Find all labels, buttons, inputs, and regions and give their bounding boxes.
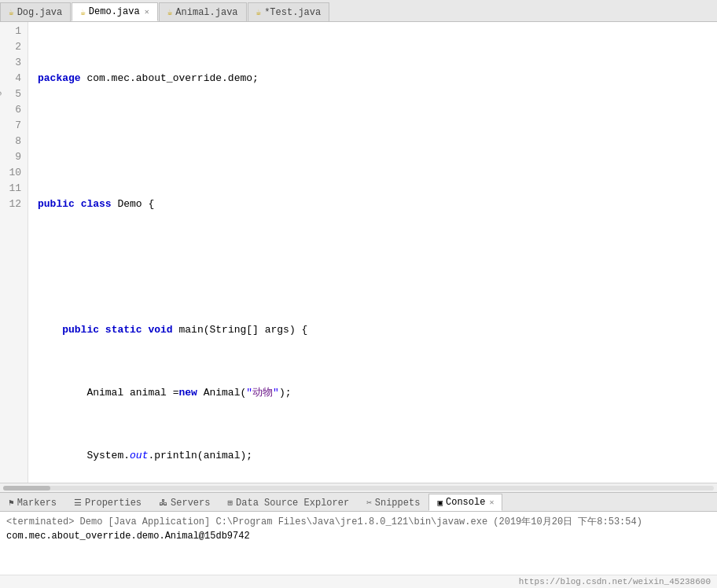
- snippets-icon: ✂: [366, 498, 372, 508]
- editor-tab-bar: ☕ Dog.java ☕ Demo.java ✕ ☕ Animal.java ☕…: [0, 0, 717, 22]
- tab-snippets-label: Snippets: [375, 498, 421, 509]
- scrollbar-thumb[interactable]: [3, 486, 50, 491]
- tab-properties[interactable]: ☰ Properties: [65, 494, 150, 511]
- code-container[interactable]: 1 2 3 4 ⊖ 5 6 7 8 9 10 11 12 package com…: [0, 22, 717, 483]
- tab-animal-label: Animal.java: [175, 7, 237, 18]
- tab-datasource[interactable]: ⊞ Data Source Explorer: [219, 494, 358, 511]
- close-icon-demo[interactable]: ✕: [145, 7, 149, 17]
- java-icon-dog: ☕: [9, 7, 14, 17]
- markers-icon: ⚑: [9, 498, 14, 508]
- tab-demo[interactable]: ☕ Demo.java ✕: [72, 2, 157, 21]
- tab-demo-label: Demo.java: [89, 6, 140, 17]
- bottom-tab-bar: ⚑ Markers ☰ Properties 🖧 Servers ⊞ Data …: [0, 493, 717, 512]
- properties-icon: ☰: [74, 498, 82, 508]
- java-icon-animal: ☕: [167, 7, 173, 17]
- console-output-line: com.mec.about_override.demo.Animal@15db9…: [6, 529, 711, 543]
- scrollbar-track[interactable]: [3, 486, 714, 491]
- java-icon-test: ☕: [256, 7, 262, 17]
- code-line-3: public class Demo {: [38, 197, 717, 212]
- datasource-icon: ⊞: [227, 498, 233, 508]
- tab-console[interactable]: ▣ Console ✕: [428, 494, 502, 511]
- tab-test[interactable]: ☕ *Test.java: [248, 2, 330, 21]
- tab-console-label: Console: [446, 497, 485, 508]
- code-line-5: public static void main(String[] args) {: [38, 322, 717, 338]
- code-line-6: Animal animal =new Animal("动物");: [38, 385, 717, 401]
- code-editor[interactable]: package com.mec.about_override.demo; pub…: [28, 22, 717, 483]
- java-icon-demo: ☕: [80, 7, 86, 17]
- editor-area: 1 2 3 4 ⊖ 5 6 7 8 9 10 11 12 package com…: [0, 22, 717, 492]
- code-line-2: [38, 134, 717, 149]
- tab-dog-label: Dog.java: [17, 7, 63, 18]
- code-line-1: package com.mec.about_override.demo;: [38, 71, 717, 86]
- fold-indicator-5[interactable]: ⊖: [0, 86, 2, 102]
- tab-snippets[interactable]: ✂ Snippets: [358, 494, 428, 511]
- line-numbers: 1 2 3 4 ⊖ 5 6 7 8 9 10 11 12: [0, 22, 28, 483]
- tab-properties-label: Properties: [85, 498, 142, 509]
- tab-dog[interactable]: ☕ Dog.java: [0, 2, 71, 21]
- code-line-4: [38, 259, 717, 275]
- editor-horizontal-scrollbar[interactable]: [0, 483, 717, 492]
- tab-servers[interactable]: 🖧 Servers: [150, 494, 219, 511]
- tab-servers-label: Servers: [171, 498, 210, 509]
- code-line-7: System.out.println(animal);: [38, 448, 717, 464]
- tab-markers[interactable]: ⚑ Markers: [0, 494, 65, 511]
- console-output-area: <terminated> Demo [Java Application] C:\…: [0, 512, 717, 575]
- tab-datasource-label: Data Source Explorer: [236, 498, 349, 509]
- console-terminated-line: <terminated> Demo [Java Application] C:\…: [6, 515, 711, 529]
- tab-test-label: *Test.java: [264, 7, 321, 18]
- servers-icon: 🖧: [159, 498, 167, 508]
- close-icon-console[interactable]: ✕: [489, 498, 494, 507]
- tab-animal[interactable]: ☕ Animal.java: [159, 2, 247, 21]
- console-icon: ▣: [437, 498, 443, 508]
- tab-markers-label: Markers: [17, 498, 57, 509]
- bottom-panel: ⚑ Markers ☰ Properties 🖧 Servers ⊞ Data …: [0, 492, 717, 588]
- status-bar: https://blog.csdn.net/weixin_45238600: [0, 575, 717, 588]
- status-url: https://blog.csdn.net/weixin_45238600: [519, 577, 711, 586]
